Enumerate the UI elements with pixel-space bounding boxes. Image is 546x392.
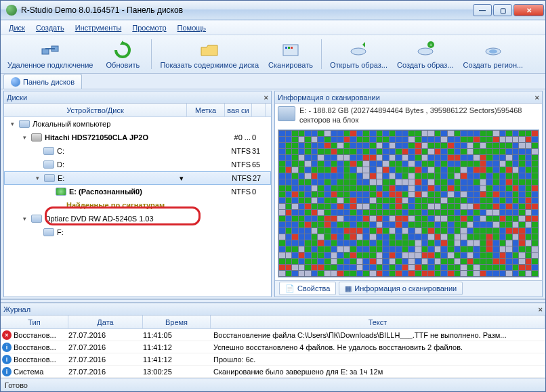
scan-block bbox=[279, 265, 285, 270]
scan-block bbox=[337, 149, 343, 154]
scan-block bbox=[396, 228, 402, 234]
tree-row[interactable]: Найденные по сигнатурам bbox=[4, 198, 271, 212]
scan-block bbox=[441, 167, 447, 173]
dropdown-icon[interactable]: ▾ bbox=[180, 174, 188, 183]
scan-pane-tabs: 📄Свойства ▦Информация о сканировании bbox=[275, 280, 542, 297]
tb-scan[interactable]: Сканировать bbox=[264, 38, 317, 70]
scan-block bbox=[279, 179, 285, 185]
scan-block bbox=[370, 143, 376, 148]
scan-block bbox=[513, 234, 519, 240]
scan-block bbox=[455, 161, 461, 167]
tree-row[interactable]: ▾E:▾NTFS27 bbox=[4, 171, 271, 185]
scan-block bbox=[506, 234, 512, 240]
scan-block bbox=[480, 161, 486, 167]
scan-block bbox=[396, 186, 402, 191]
scan-block bbox=[532, 204, 538, 209]
scan-block bbox=[286, 186, 292, 191]
app-window: R-Studio Demo 8.0.164571 - Панель дисков… bbox=[0, 0, 546, 392]
tab-properties[interactable]: 📄Свойства bbox=[279, 282, 336, 295]
scan-block bbox=[318, 149, 324, 154]
scan-block bbox=[383, 253, 389, 258]
tb-show-contents[interactable]: Показать содержимое диска bbox=[156, 38, 263, 70]
scan-block bbox=[390, 186, 396, 191]
scan-block bbox=[428, 131, 434, 136]
scan-block bbox=[357, 131, 363, 136]
scan-block bbox=[377, 167, 383, 173]
expand-toggle[interactable]: ▾ bbox=[8, 120, 16, 128]
scan-block bbox=[363, 149, 369, 154]
scan-block bbox=[324, 155, 331, 160]
menu-help[interactable]: Помощь bbox=[173, 22, 211, 33]
scan-block bbox=[448, 143, 454, 148]
tab-disk-panel[interactable]: Панель дисков bbox=[3, 74, 82, 89]
scan-block bbox=[331, 198, 337, 203]
scan-block bbox=[428, 222, 434, 227]
drive-icon bbox=[278, 106, 295, 121]
scan-block bbox=[337, 198, 343, 203]
close-icon[interactable]: × bbox=[535, 93, 539, 102]
journal-row[interactable]: ×Восстанов...27.07.201611:41:05Восстанов… bbox=[1, 329, 545, 341]
scan-block bbox=[435, 265, 441, 270]
tb-create-image[interactable]: + Создать образ... bbox=[393, 38, 458, 70]
scan-block bbox=[402, 204, 408, 209]
scan-block bbox=[344, 246, 350, 252]
tree-row[interactable]: E: (Распознанный0)NTFS0 bbox=[4, 185, 271, 198]
journal-row[interactable]: iСистема27.07.201613:00:25Сканирование б… bbox=[1, 366, 545, 378]
close-icon[interactable]: × bbox=[264, 93, 268, 102]
close-button[interactable]: ✕ bbox=[513, 4, 544, 16]
tab-scan-info[interactable]: ▦Информация о сканировании bbox=[339, 282, 463, 295]
scan-block bbox=[415, 216, 421, 221]
expand-toggle[interactable]: ▾ bbox=[33, 174, 41, 182]
tb-remote-connect[interactable]: Удаленное подключение bbox=[3, 38, 97, 70]
journal-row[interactable]: iВосстанов...27.07.201611:41:12Прошло: 6… bbox=[1, 353, 545, 366]
scan-block bbox=[467, 228, 474, 234]
vol-icon bbox=[43, 147, 54, 155]
maximize-button[interactable]: ▢ bbox=[493, 4, 512, 16]
scan-block bbox=[448, 222, 454, 227]
scan-block bbox=[435, 131, 441, 136]
scan-block bbox=[480, 143, 486, 148]
scan-block bbox=[500, 167, 506, 173]
scan-block bbox=[428, 265, 434, 270]
scan-block bbox=[318, 198, 324, 203]
titlebar[interactable]: R-Studio Demo 8.0.164571 - Панель дисков… bbox=[1, 1, 545, 20]
menu-view[interactable]: Просмотр bbox=[128, 22, 170, 33]
disk-tree[interactable]: Устройство/Диск Метка вая си ▾Локальный … bbox=[4, 104, 271, 297]
scan-block bbox=[455, 143, 461, 148]
scan-block bbox=[357, 204, 363, 209]
menu-disk[interactable]: Диск bbox=[5, 22, 29, 33]
menu-tools[interactable]: Инструменты bbox=[71, 22, 126, 33]
scan-block bbox=[344, 253, 350, 258]
minimize-button[interactable]: — bbox=[473, 4, 492, 16]
scan-block bbox=[461, 167, 467, 173]
scan-block-map[interactable] bbox=[278, 129, 539, 278]
tree-row[interactable]: ▾Hitachi HDS721050CLA JP2O#0 ...0 bbox=[4, 131, 271, 144]
expand-toggle[interactable]: ▾ bbox=[20, 215, 28, 223]
scan-block bbox=[526, 265, 532, 270]
scan-block bbox=[377, 234, 383, 240]
menu-create[interactable]: Создать bbox=[32, 22, 68, 33]
tb-create-region[interactable]: Создать регион... bbox=[459, 38, 528, 70]
tree-row[interactable]: F: bbox=[4, 225, 271, 239]
scan-block bbox=[324, 179, 331, 185]
scan-block bbox=[461, 265, 467, 270]
close-icon[interactable]: × bbox=[539, 305, 543, 313]
scan-block bbox=[337, 131, 343, 136]
journal-row[interactable]: iВосстанов...27.07.201611:41:12Успешно в… bbox=[1, 341, 545, 353]
scan-block bbox=[286, 246, 292, 252]
tb-refresh[interactable]: Обновить bbox=[98, 38, 147, 70]
scan-block bbox=[377, 271, 383, 276]
tree-row[interactable]: D:NTFS65 bbox=[4, 158, 271, 171]
tree-row[interactable]: ▾Optiarc DVD RW AD-5240S 1.03 bbox=[4, 212, 271, 225]
expand-toggle[interactable]: ▾ bbox=[20, 133, 28, 141]
tree-row[interactable]: C:NTFS31 bbox=[4, 144, 271, 158]
scan-block bbox=[422, 222, 428, 227]
scan-block bbox=[415, 198, 421, 203]
tb-open-image[interactable]: Открыть образ... bbox=[326, 38, 392, 70]
scan-block bbox=[363, 192, 369, 197]
scan-block bbox=[486, 253, 492, 258]
scan-block bbox=[506, 246, 512, 252]
tree-row[interactable]: ▾Локальный компьютер bbox=[4, 117, 271, 131]
scan-block bbox=[480, 131, 486, 136]
scan-block bbox=[363, 155, 369, 160]
